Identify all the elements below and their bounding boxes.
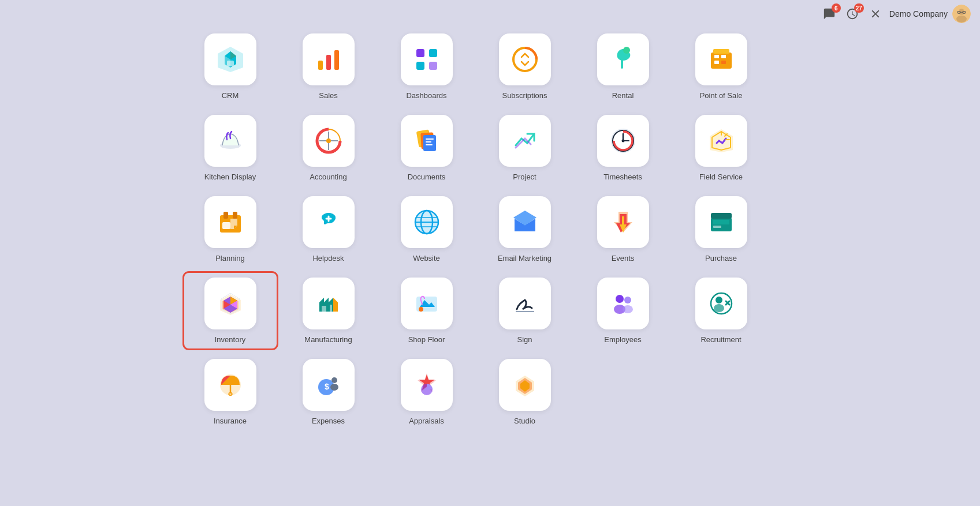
svg-rect-43	[223, 212, 228, 219]
app-icon-inventory	[204, 278, 256, 329]
app-icon-expenses: $	[303, 359, 355, 411]
app-icon-studio	[499, 359, 551, 411]
app-item-kitchen-display[interactable]: Kitchen Display	[184, 110, 277, 186]
app-icon-accounting	[303, 115, 355, 167]
svg-point-73	[624, 297, 631, 303]
clock-badge: 27	[854, 3, 864, 13]
app-icon-shop-floor	[401, 278, 453, 329]
app-item-rental[interactable]: Rental	[577, 29, 669, 104]
svg-point-39	[621, 140, 624, 143]
app-icon-helpdesk	[303, 196, 355, 248]
app-item-sales[interactable]: Sales	[282, 29, 375, 104]
app-icon-point-of-sale	[695, 33, 747, 85]
svg-point-2	[956, 16, 967, 23]
app-label-kitchen-display: Kitchen Display	[204, 173, 256, 181]
app-item-studio[interactable]: Studio	[479, 354, 571, 430]
app-label-sales: Sales	[319, 91, 338, 100]
app-icon-timesheets	[597, 115, 649, 167]
app-item-manufacturing[interactable]: Manufacturing	[282, 273, 375, 348]
svg-rect-8	[318, 61, 323, 70]
app-label-employees: Employees	[604, 335, 641, 344]
app-item-dashboards[interactable]: Dashboards	[381, 29, 473, 104]
svg-rect-66	[322, 306, 326, 312]
app-item-website[interactable]: Website	[381, 192, 473, 267]
app-label-inventory: Inventory	[215, 335, 245, 344]
app-icon-kitchen-display	[204, 115, 256, 167]
svg-point-1	[959, 9, 965, 15]
app-item-accounting[interactable]: Accounting	[282, 110, 375, 186]
svg-rect-11	[416, 49, 424, 57]
app-icon-crm	[204, 33, 256, 85]
app-label-helpdesk: Helpdesk	[312, 254, 344, 263]
app-label-recruitment: Recruitment	[700, 335, 741, 344]
app-icon-subscriptions	[499, 33, 551, 85]
svg-rect-60	[713, 220, 729, 224]
company-name: Demo Company	[889, 9, 948, 18]
app-item-employees[interactable]: Employees	[577, 273, 669, 348]
app-label-purchase: Purchase	[705, 254, 737, 263]
svg-rect-23	[721, 61, 726, 64]
app-label-rental: Rental	[612, 91, 634, 100]
app-item-documents[interactable]: Documents	[381, 110, 473, 186]
app-label-sign: Sign	[517, 335, 532, 344]
app-item-timesheets[interactable]: Timesheets	[577, 110, 669, 186]
app-item-insurance[interactable]: Insurance	[184, 354, 277, 430]
svg-rect-7	[227, 61, 234, 66]
app-label-manufacturing: Manufacturing	[304, 335, 352, 344]
app-item-helpdesk[interactable]: Helpdesk	[282, 192, 375, 267]
app-label-expenses: Expenses	[312, 417, 345, 425]
app-icon-recruitment	[695, 278, 747, 329]
svg-point-69	[419, 307, 423, 312]
chat-badge: 6	[832, 3, 841, 13]
app-item-purchase[interactable]: Purchase	[675, 192, 767, 267]
app-item-subscriptions[interactable]: Subscriptions	[479, 29, 571, 104]
app-label-project: Project	[513, 173, 536, 181]
svg-point-77	[714, 304, 724, 312]
app-icon-employees	[597, 278, 649, 329]
svg-point-28	[326, 138, 331, 143]
app-label-insurance: Insurance	[214, 417, 247, 425]
svg-rect-18	[711, 53, 732, 69]
svg-rect-13	[416, 62, 424, 70]
app-label-email-marketing: Email Marketing	[498, 254, 552, 263]
app-label-website: Website	[413, 254, 440, 263]
app-icon-email-marketing	[499, 196, 551, 248]
svg-point-82	[331, 377, 337, 383]
app-label-appraisals: Appraisals	[409, 417, 444, 425]
app-item-project[interactable]: Project	[479, 110, 571, 186]
app-item-inventory[interactable]: Inventory	[184, 273, 277, 348]
app-item-recruitment[interactable]: Recruitment	[675, 273, 767, 348]
app-label-studio: Studio	[514, 417, 535, 425]
app-item-sign[interactable]: Sign	[479, 273, 571, 348]
app-item-email-marketing[interactable]: Email Marketing	[479, 192, 571, 267]
app-icon-events	[597, 196, 649, 248]
app-item-crm[interactable]: CRM	[184, 29, 277, 104]
app-icon-insurance	[204, 359, 256, 411]
svg-point-74	[623, 305, 633, 313]
app-item-point-of-sale[interactable]: Point of Sale	[675, 29, 767, 104]
svg-rect-59	[711, 213, 732, 219]
app-label-dashboards: Dashboards	[406, 91, 446, 100]
app-item-expenses[interactable]: $ Expenses	[282, 354, 375, 430]
chat-icon-button[interactable]: 6	[820, 5, 839, 23]
svg-rect-20	[714, 55, 719, 58]
svg-rect-32	[426, 138, 434, 140]
app-icon-manufacturing	[303, 278, 355, 329]
app-icon-dashboards	[401, 33, 453, 85]
app-label-events: Events	[612, 254, 635, 263]
app-item-events[interactable]: Events	[577, 192, 669, 267]
user-avatar[interactable]	[952, 5, 971, 23]
app-label-accounting: Accounting	[310, 173, 346, 181]
app-icon-appraisals	[401, 359, 453, 411]
close-icon-button[interactable]	[866, 5, 885, 23]
svg-rect-17	[621, 59, 623, 69]
app-item-planning[interactable]: Planning	[184, 192, 277, 267]
app-icon-sales	[303, 33, 355, 85]
app-item-shop-floor[interactable]: Shop Floor	[381, 273, 473, 348]
app-item-appraisals[interactable]: Appraisals	[381, 354, 473, 430]
app-item-field-service[interactable]: Field Service	[675, 110, 767, 186]
header: 6 27 Demo Company	[811, 0, 980, 28]
app-label-subscriptions: Subscriptions	[502, 91, 547, 100]
clock-icon-button[interactable]: 27	[843, 5, 862, 23]
app-label-documents: Documents	[408, 173, 446, 181]
